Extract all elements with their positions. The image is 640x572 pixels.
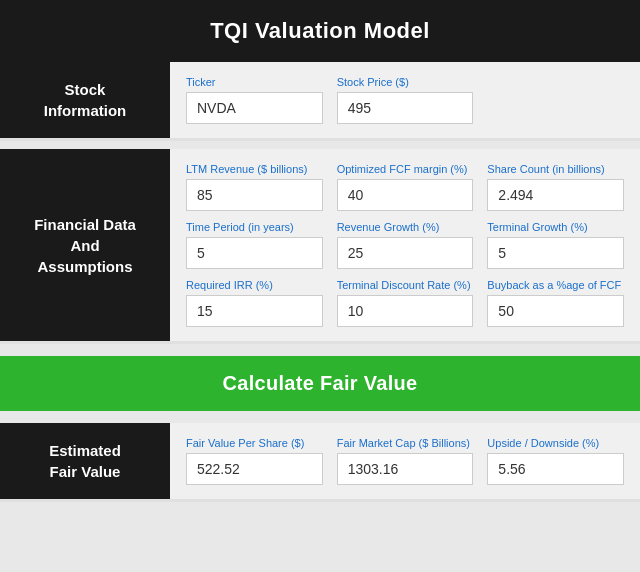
ltm-revenue-group: LTM Revenue ($ billions): [186, 163, 323, 211]
financial-row-1: LTM Revenue ($ billions) Optimized FCF m…: [186, 163, 624, 211]
gap-2: [0, 344, 640, 352]
stock-price-field-group: Stock Price ($): [337, 76, 474, 124]
page-title: TQI Valuation Model: [0, 0, 640, 62]
financial-row-3: Required IRR (%) Terminal Discount Rate …: [186, 279, 624, 327]
fair-market-cap-input[interactable]: [337, 453, 474, 485]
required-irr-input[interactable]: [186, 295, 323, 327]
stock-fields-container: Ticker Stock Price ($): [170, 62, 640, 138]
financial-row-2: Time Period (in years) Revenue Growth (%…: [186, 221, 624, 269]
upside-downside-label: Upside / Downside (%): [487, 437, 624, 449]
stock-information-label: StockInformation: [0, 62, 170, 138]
required-irr-group: Required IRR (%): [186, 279, 323, 327]
revenue-growth-group: Revenue Growth (%): [337, 221, 474, 269]
terminal-growth-label: Terminal Growth (%): [487, 221, 624, 233]
stock-information-section: StockInformation Ticker Stock Price ($): [0, 62, 640, 141]
revenue-growth-input[interactable]: [337, 237, 474, 269]
stock-price-input[interactable]: [337, 92, 474, 124]
fair-value-fields-row: Fair Value Per Share ($) Fair Market Cap…: [186, 437, 624, 485]
buyback-input[interactable]: [487, 295, 624, 327]
share-count-input[interactable]: [487, 179, 624, 211]
terminal-discount-input[interactable]: [337, 295, 474, 327]
financial-data-label: Financial DataAndAssumptions: [0, 149, 170, 341]
gap-1: [0, 141, 640, 149]
stock-fields-row: Ticker Stock Price ($): [186, 76, 624, 124]
fair-value-fields-container: Fair Value Per Share ($) Fair Market Cap…: [170, 423, 640, 499]
fair-value-label: EstimatedFair Value: [0, 423, 170, 499]
fair-market-cap-group: Fair Market Cap ($ Billions): [337, 437, 474, 485]
terminal-discount-group: Terminal Discount Rate (%): [337, 279, 474, 327]
ltm-revenue-label: LTM Revenue ($ billions): [186, 163, 323, 175]
fair-value-per-share-input[interactable]: [186, 453, 323, 485]
terminal-growth-group: Terminal Growth (%): [487, 221, 624, 269]
upside-downside-input[interactable]: [487, 453, 624, 485]
terminal-growth-input[interactable]: [487, 237, 624, 269]
fair-value-section: EstimatedFair Value Fair Value Per Share…: [0, 423, 640, 502]
upside-downside-group: Upside / Downside (%): [487, 437, 624, 485]
calculate-fair-value-button[interactable]: Calculate Fair Value: [0, 356, 640, 411]
gap-3: [0, 415, 640, 423]
time-period-input[interactable]: [186, 237, 323, 269]
share-count-label: Share Count (in billions): [487, 163, 624, 175]
buyback-group: Buyback as a %age of FCF: [487, 279, 624, 327]
financial-fields-container: LTM Revenue ($ billions) Optimized FCF m…: [170, 149, 640, 341]
ticker-input[interactable]: [186, 92, 323, 124]
ticker-field-group: Ticker: [186, 76, 323, 124]
fair-value-per-share-label: Fair Value Per Share ($): [186, 437, 323, 449]
terminal-discount-label: Terminal Discount Rate (%): [337, 279, 474, 291]
ticker-label: Ticker: [186, 76, 323, 88]
revenue-growth-label: Revenue Growth (%): [337, 221, 474, 233]
share-count-group: Share Count (in billions): [487, 163, 624, 211]
time-period-label: Time Period (in years): [186, 221, 323, 233]
financial-data-section: Financial DataAndAssumptions LTM Revenue…: [0, 149, 640, 344]
fcf-margin-group: Optimized FCF margin (%): [337, 163, 474, 211]
buyback-label: Buyback as a %age of FCF: [487, 279, 624, 291]
ltm-revenue-input[interactable]: [186, 179, 323, 211]
fair-market-cap-label: Fair Market Cap ($ Billions): [337, 437, 474, 449]
fcf-margin-input[interactable]: [337, 179, 474, 211]
stock-price-label: Stock Price ($): [337, 76, 474, 88]
fair-value-per-share-group: Fair Value Per Share ($): [186, 437, 323, 485]
fcf-margin-label: Optimized FCF margin (%): [337, 163, 474, 175]
time-period-group: Time Period (in years): [186, 221, 323, 269]
required-irr-label: Required IRR (%): [186, 279, 323, 291]
